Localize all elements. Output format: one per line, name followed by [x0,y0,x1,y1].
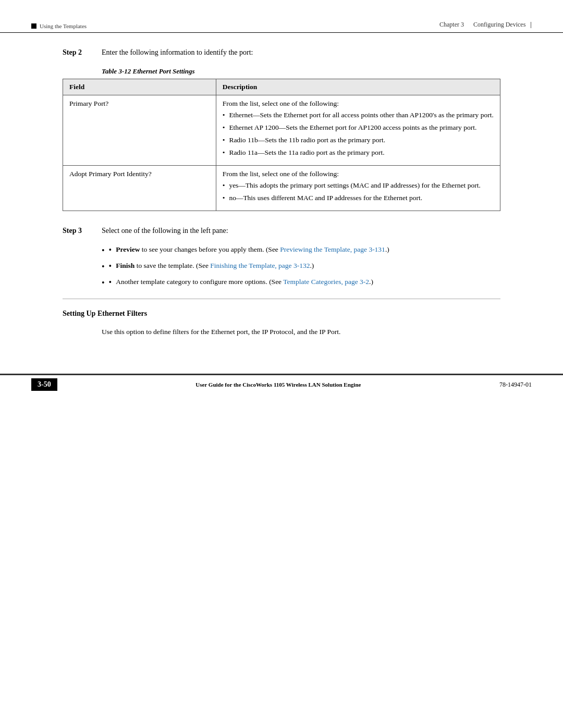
description-column-header: Description [216,79,500,95]
table-header-row: Field Description [63,79,500,95]
guide-title-text: User Guide for the CiscoWorks 1105 Wirel… [195,381,361,388]
footer-doc-number: 78-14947-01 [499,381,532,389]
page-footer: 3-50 User Guide for the CiscoWorks 1105 … [0,374,563,394]
description-cell-primary-port: From the list, select one of the followi… [216,95,500,166]
field-cell-adopt: Adopt Primary Port Identity? [63,166,216,211]
step3-label: Step 3 [63,227,91,235]
ethernet-settings-table: Field Description Primary Port? From the… [63,79,500,211]
list-item: Ethernet—Sets the Ethernet port for all … [223,111,494,119]
step2-container: Step 2 Enter the following information t… [63,48,500,57]
main-content: Step 2 Enter the following information t… [0,33,563,358]
primary-port-bullets: Ethernet—Sets the Ethernet port for all … [223,111,494,157]
page-header: Using the Templates Chapter 3 Configurin… [0,0,563,33]
page-container: Using the Templates Chapter 3 Configurin… [0,0,563,728]
list-item: Radio 11a—Sets the 11a radio port as the… [223,149,494,157]
chapter-number: Chapter 3 [439,21,464,28]
section-label-text: Using the Templates [40,23,87,29]
field-column-header: Field [63,79,216,95]
primary-port-intro: From the list, select one of the followi… [223,100,339,107]
step3-text: Select one of the following in the left … [102,227,228,235]
ethernet-filters-title: Setting Up Ethernet Filters [63,310,500,318]
step3-bullet-1-text: Preview to see your changes before you a… [116,245,389,254]
template-categories-link[interactable]: Template Categories, page 3-2 [283,278,369,286]
list-item: • Another template category to configure… [102,278,500,288]
list-item: • Finish to save the template. (See Fini… [102,262,500,272]
list-item: yes—This adopts the primary port setting… [223,181,494,190]
ethernet-filters-body: Use this option to define filters for th… [102,326,500,338]
primary-port-label: Primary Port? [69,100,108,107]
table-caption: Table 3-12 Ethernet Port Settings [102,67,500,76]
adopt-label: Adopt Primary Port Identity? [69,170,152,178]
finish-bold: Finish [116,262,134,269]
field-cell-primary-port: Primary Port? [63,95,216,166]
step3-bullet-2-text: Finish to save the template. (See Finish… [116,262,314,270]
page-number: 3-50 [31,378,57,391]
ethernet-filters-text: Use this option to define filters for th… [102,328,340,336]
step3-container: Step 3 Select one of the following in th… [63,227,500,235]
previewing-template-link[interactable]: Previewing the Template, page 3-131 [280,245,385,253]
finishing-template-link[interactable]: Finishing the Template, page 3-132 [210,262,310,269]
ethernet-filters-section: Setting Up Ethernet Filters Use this opt… [63,310,500,338]
step2-text: Enter the following information to ident… [102,48,253,57]
step3-bullets-container: • Preview to see your changes before you… [102,245,500,288]
step3-bullet-3-text: Another template category to configure m… [116,278,373,286]
list-item: Radio 11b—Sets the 11b radio port as the… [223,136,494,144]
section-label: Using the Templates [31,23,87,29]
table-row: Adopt Primary Port Identity? From the li… [63,166,500,211]
list-item: no—This uses different MAC and IP addres… [223,194,494,202]
table-row: Primary Port? From the list, select one … [63,95,500,166]
footer-guide-title: User Guide for the CiscoWorks 1105 Wirel… [195,381,361,388]
list-item: Ethernet AP 1200—Sets the Ethernet port … [223,124,494,132]
chapter-header: Chapter 3 Configuring Devices | [439,21,532,29]
list-item: • Preview to see your changes before you… [102,245,500,255]
preview-bold: Preview [116,245,140,253]
step2-label: Step 2 [63,48,91,57]
description-cell-adopt: From the list, select one of the followi… [216,166,500,211]
step3-bullet-list: • Preview to see your changes before you… [102,245,500,288]
chapter-title: Configuring Devices [473,21,525,28]
adopt-bullets: yes—This adopts the primary port setting… [223,181,494,202]
section-divider [63,299,500,299]
adopt-intro: From the list, select one of the followi… [223,170,339,178]
